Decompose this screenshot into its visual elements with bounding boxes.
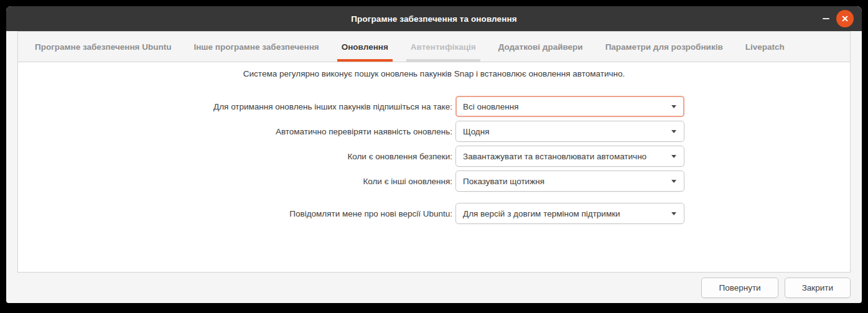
dropdown-value: Щодня <box>463 127 490 136</box>
row-label: Коли є інші оновлення: <box>18 177 455 186</box>
close-icon[interactable]: ✕ <box>836 10 854 27</box>
dropdown-value: Показувати щотижня <box>463 177 544 186</box>
revert-button[interactable]: Повернути <box>701 278 778 298</box>
security-updates-dropdown[interactable]: Завантажувати та встановлювати автоматич… <box>455 146 684 167</box>
tab-ubuntu-software[interactable]: Програмне забезпечення Ubuntu <box>30 32 175 62</box>
dropdown-value: Для версій з довгим терміном підтримки <box>463 209 620 218</box>
tab-additional-drivers[interactable]: Додаткові драйвери <box>494 32 587 62</box>
snap-info-text: Система регулярно виконує пошук оновлень… <box>18 69 850 78</box>
subscribe-updates-dropdown[interactable]: Всі оновлення <box>455 96 684 117</box>
chevron-down-icon <box>671 105 676 108</box>
notebook: Програмне забезпечення Ubuntu Інше прогр… <box>17 31 851 273</box>
window-title: Програмне забезпечення та оновлення <box>351 14 516 24</box>
row-label: Для отримання оновлень інших пакунків пі… <box>18 102 455 111</box>
minimize-icon[interactable] <box>823 18 829 19</box>
chevron-down-icon <box>671 212 676 215</box>
row-release-notify: Повідомляти мене про нові версії Ubuntu:… <box>18 203 684 224</box>
chevron-down-icon <box>671 130 676 133</box>
row-check-frequency: Автоматично перевіряти наявність оновлен… <box>18 121 684 142</box>
row-label: Автоматично перевіряти наявність оновлен… <box>18 127 455 136</box>
desktop-background: Програмне забезпечення та оновлення ✕ Пр… <box>0 0 868 313</box>
row-label: Коли є оновлення безпеки: <box>18 152 455 161</box>
row-security-updates: Коли є оновлення безпеки: Завантажувати … <box>18 146 684 167</box>
tab-updates[interactable]: Оновлення <box>337 32 393 62</box>
tab-developer-options[interactable]: Параметри для розробників <box>601 32 727 62</box>
software-updates-window: Програмне забезпечення та оновлення ✕ Пр… <box>6 6 862 303</box>
chevron-down-icon <box>671 155 676 158</box>
dropdown-value: Всі оновлення <box>463 102 518 111</box>
updates-panel: Система регулярно виконує пошук оновлень… <box>18 62 850 272</box>
dialog-action-area: Повернути Закрити <box>701 278 851 298</box>
row-label: Повідомляти мене про нові версії Ubuntu: <box>18 209 455 218</box>
titlebar[interactable]: Програмне забезпечення та оновлення ✕ <box>6 6 862 31</box>
tab-authentication: Автентифікація <box>406 32 480 62</box>
tab-other-software[interactable]: Інше програмне забезпечення <box>189 32 323 62</box>
row-subscribe-updates: Для отримання оновлень інших пакунків пі… <box>18 96 684 117</box>
row-other-updates: Коли є інші оновлення: Показувати щотижн… <box>18 171 684 192</box>
other-updates-dropdown[interactable]: Показувати щотижня <box>455 171 684 192</box>
tab-bar: Програмне забезпечення Ubuntu Інше прогр… <box>18 32 850 62</box>
check-frequency-dropdown[interactable]: Щодня <box>455 121 684 142</box>
dropdown-value: Завантажувати та встановлювати автоматич… <box>463 152 646 161</box>
release-notify-dropdown[interactable]: Для версій з довгим терміном підтримки <box>455 203 684 224</box>
chevron-down-icon <box>671 180 676 183</box>
tab-livepatch[interactable]: Livepatch <box>741 32 789 62</box>
close-button[interactable]: Закрити <box>785 278 851 298</box>
